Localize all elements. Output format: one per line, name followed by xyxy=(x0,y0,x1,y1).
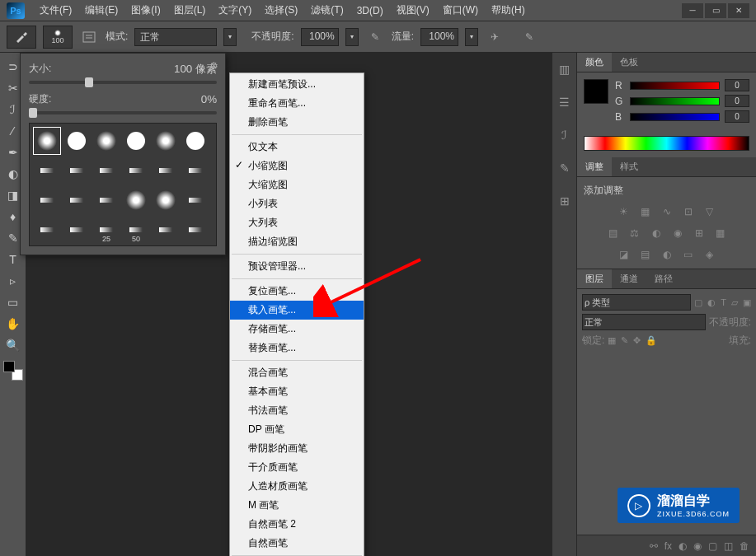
layer-blend-mode[interactable]: 正常 xyxy=(582,314,706,330)
menu-image[interactable]: 图像(I) xyxy=(124,0,167,21)
filter-type-select[interactable]: ρ 类型 xyxy=(582,294,691,311)
ctx-small-list[interactable]: 小列表 xyxy=(230,194,364,213)
ctx-replace-brushes[interactable]: 替换画笔... xyxy=(230,339,364,357)
lock-paint-icon[interactable]: ✎ xyxy=(621,335,628,346)
channels-tab[interactable]: 通道 xyxy=(612,269,646,288)
close-button[interactable]: ✕ xyxy=(728,3,749,18)
ctx-small-thumb[interactable]: ✓小缩览图 xyxy=(230,157,364,175)
menu-window[interactable]: 窗口(W) xyxy=(436,0,485,21)
size-slider[interactable] xyxy=(29,81,217,84)
link-layers-icon[interactable]: ⚯ xyxy=(650,540,658,552)
airbrush-icon[interactable]: ✈ xyxy=(485,27,505,47)
ctx-save-brushes[interactable]: 存储画笔... xyxy=(230,320,364,339)
filter-smart-icon[interactable]: ▣ xyxy=(743,297,751,308)
menu-file[interactable]: 文件(F) xyxy=(33,0,78,21)
brush-thumb[interactable] xyxy=(92,127,120,155)
brightness-icon[interactable]: ☀ xyxy=(616,204,632,219)
layer-mask-icon[interactable]: ◐ xyxy=(679,540,687,552)
brush-thumb[interactable] xyxy=(33,186,61,214)
brush-thumb[interactable] xyxy=(33,216,61,244)
brush-thumb[interactable] xyxy=(92,157,120,185)
brush-thumb[interactable] xyxy=(122,186,150,214)
brush-thumb[interactable]: 25 xyxy=(92,216,120,244)
color-spectrum[interactable] xyxy=(584,136,749,151)
ctx-delete-brush[interactable]: 删除画笔 xyxy=(230,113,364,132)
selective-icon[interactable]: ◈ xyxy=(702,247,718,262)
brush-presets-panel-icon[interactable]: ✎ xyxy=(556,160,573,176)
ctx-natural-brushes-2[interactable]: 自然画笔 2 xyxy=(230,515,364,534)
color-tab[interactable]: 颜色 xyxy=(577,53,612,72)
brush-thumb[interactable]: 50 xyxy=(122,216,150,244)
brush-panel-toggle[interactable] xyxy=(79,27,99,47)
b-value[interactable]: 0 xyxy=(725,110,749,123)
brush-thumb[interactable] xyxy=(181,157,209,185)
brush-preset-picker[interactable]: 100 xyxy=(43,26,73,49)
menu-type[interactable]: 文字(Y) xyxy=(212,0,258,21)
blend-mode-select[interactable]: 正常 xyxy=(134,28,217,46)
brush-panel-icon[interactable]: ℐ xyxy=(556,127,573,143)
threshold-icon[interactable]: ◐ xyxy=(659,247,675,262)
ctx-new-brush-preset[interactable]: 新建画笔预设... xyxy=(230,75,364,94)
hardness-slider[interactable] xyxy=(29,111,217,114)
paths-tab[interactable]: 路径 xyxy=(646,269,681,288)
r-slider[interactable] xyxy=(630,82,720,90)
brush-thumb[interactable] xyxy=(63,186,91,214)
shape-tool[interactable]: ▭ xyxy=(2,292,25,312)
brush-thumb[interactable] xyxy=(152,157,180,185)
lookup-icon[interactable]: ▦ xyxy=(712,226,729,241)
hardness-input[interactable] xyxy=(167,93,217,105)
path-select-tool[interactable]: ▹ xyxy=(2,271,25,291)
ctx-faux-finish-brushes[interactable]: 人造材质画笔 xyxy=(230,477,364,496)
opacity-dropdown-arrow[interactable]: ▾ xyxy=(345,28,359,46)
zoom-tool[interactable]: 🔍 xyxy=(2,335,25,355)
ctx-dry-media-brushes[interactable]: 干介质画笔 xyxy=(230,458,364,477)
ctx-m-brushes[interactable]: M 画笔 xyxy=(230,496,364,515)
styles-tab[interactable]: 样式 xyxy=(612,157,646,176)
brush-thumb[interactable] xyxy=(152,216,180,244)
brush-thumb[interactable] xyxy=(152,127,180,155)
menu-filter[interactable]: 滤镜(T) xyxy=(304,0,350,21)
mixer-icon[interactable]: ⊞ xyxy=(691,226,707,241)
brush-thumb[interactable] xyxy=(63,157,91,185)
layers-tab[interactable]: 图层 xyxy=(577,269,612,288)
brush-thumb[interactable] xyxy=(181,186,209,214)
hue-icon[interactable]: ▤ xyxy=(605,226,622,241)
layer-fx-icon[interactable]: fx xyxy=(664,540,672,552)
filter-shape-icon[interactable]: ▱ xyxy=(731,297,738,308)
delete-layer-icon[interactable]: 🗑 xyxy=(740,540,749,552)
mode-dropdown-arrow[interactable]: ▾ xyxy=(223,28,237,46)
brush-thumb[interactable] xyxy=(122,127,150,155)
balance-icon[interactable]: ⚖ xyxy=(627,226,643,241)
brush-thumb[interactable] xyxy=(63,127,91,155)
ctx-rename-brush[interactable]: 重命名画笔... xyxy=(230,94,364,113)
foreground-color-swatch[interactable] xyxy=(584,79,608,104)
g-value[interactable]: 0 xyxy=(725,95,749,107)
ctx-large-thumb[interactable]: 大缩览图 xyxy=(230,175,364,194)
g-slider[interactable] xyxy=(630,97,720,105)
pressure-size-icon[interactable]: ✎ xyxy=(519,27,539,47)
hand-tool[interactable]: ✋ xyxy=(2,314,25,334)
pressure-opacity-icon[interactable]: ✎ xyxy=(365,27,385,47)
adjustments-tab[interactable]: 调整 xyxy=(577,157,612,176)
color-swatch-tool[interactable] xyxy=(3,361,23,381)
menu-edit[interactable]: 编辑(E) xyxy=(78,0,124,21)
new-fill-icon[interactable]: ◉ xyxy=(693,540,702,552)
swatches-tab[interactable]: 色板 xyxy=(612,53,646,72)
history-panel-icon[interactable]: ▥ xyxy=(556,61,573,77)
brush-thumb[interactable] xyxy=(181,127,209,155)
curves-icon[interactable]: ∿ xyxy=(659,204,675,219)
filter-adjust-icon[interactable]: ◐ xyxy=(707,297,716,308)
brush-thumb[interactable] xyxy=(92,186,120,214)
brush-thumb[interactable] xyxy=(63,216,91,244)
ctx-load-brushes[interactable]: 载入画笔... xyxy=(230,301,364,320)
ctx-mixed-brushes[interactable]: 混合画笔 xyxy=(230,363,364,382)
ctx-preset-manager[interactable]: 预设管理器... xyxy=(230,257,364,276)
invert-icon[interactable]: ◪ xyxy=(616,247,632,262)
brush-thumb[interactable] xyxy=(122,157,150,185)
ctx-natural-brushes[interactable]: 自然画笔 xyxy=(230,534,364,553)
menu-3d[interactable]: 3D(D) xyxy=(350,2,390,20)
gear-icon[interactable]: ⚙ xyxy=(209,60,218,72)
ctx-basic-brushes[interactable]: 基本画笔 xyxy=(230,382,364,401)
flow-input[interactable]: 100% xyxy=(420,28,458,46)
lock-move-icon[interactable]: ✥ xyxy=(633,335,641,346)
